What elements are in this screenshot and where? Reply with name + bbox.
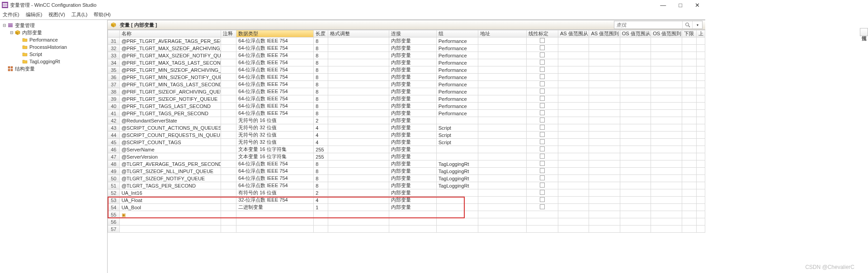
cell[interactable] (526, 95, 558, 103)
cell[interactable] (478, 45, 526, 52)
cell[interactable] (696, 66, 705, 74)
cell[interactable]: @PRF_TLGRT_MAX_SIZEOF_NOTIFY_QUEUE (119, 52, 221, 59)
menu-tools[interactable]: 工具(L) (71, 11, 87, 18)
cell[interactable] (236, 211, 314, 218)
cell[interactable]: 无符号的 32 位值 (236, 124, 314, 132)
cell[interactable]: 8 (314, 175, 328, 182)
cell[interactable] (620, 52, 651, 59)
column-header[interactable]: 线性标定 (526, 30, 558, 38)
cell[interactable]: 8 (314, 38, 328, 45)
cell[interactable] (478, 74, 526, 81)
cell[interactable] (221, 168, 236, 175)
cell[interactable]: 64-位浮点数 IEEE 754 (236, 168, 314, 175)
cell[interactable] (436, 117, 478, 124)
cell[interactable] (478, 182, 526, 189)
cell[interactable]: 内部变量 (389, 160, 436, 168)
cell[interactable] (221, 132, 236, 139)
cell[interactable] (651, 66, 682, 74)
column-header[interactable]: OS 值范围从 (620, 30, 651, 38)
cell[interactable] (328, 139, 389, 146)
cell[interactable] (696, 38, 705, 45)
cell[interactable] (589, 95, 620, 103)
cell[interactable] (696, 117, 705, 124)
cell[interactable] (436, 204, 478, 211)
cell[interactable] (651, 59, 682, 66)
cell[interactable] (589, 204, 620, 211)
cell[interactable] (696, 52, 705, 59)
cell[interactable]: 8 (314, 88, 328, 95)
menu-help[interactable]: 帮助(H) (94, 11, 110, 18)
cell[interactable]: 8 (314, 182, 328, 189)
cell[interactable] (620, 117, 651, 124)
cell[interactable]: Script (436, 124, 478, 132)
table-row[interactable]: 44@SCRIPT_COUNT_REQUESTS_IN_QUEUES无符号的 3… (108, 132, 705, 139)
checkbox[interactable] (540, 146, 545, 151)
cell[interactable] (526, 117, 558, 124)
tree-item[interactable]: ⊟变量管理 (0, 22, 107, 29)
cell[interactable] (328, 66, 389, 74)
cell[interactable] (558, 189, 589, 197)
cell[interactable] (589, 182, 620, 189)
cell[interactable]: 内部变量 (389, 197, 436, 204)
cell[interactable] (478, 124, 526, 132)
cell[interactable] (221, 117, 236, 124)
cell[interactable] (526, 218, 558, 226)
cell[interactable] (696, 226, 705, 233)
cell[interactable]: Performance (436, 45, 478, 52)
cell[interactable]: 8 (314, 160, 328, 168)
table-row[interactable]: 38@PRF_TLGRT_SIZEOF_ARCHIVING_QUEUE64-位浮… (108, 88, 705, 95)
cell[interactable]: Script (436, 132, 478, 139)
cell[interactable]: 内部变量 (389, 95, 436, 103)
checkbox[interactable] (540, 139, 545, 144)
checkbox[interactable] (540, 52, 545, 57)
checkbox[interactable] (540, 118, 545, 122)
cell[interactable] (478, 218, 526, 226)
cell[interactable] (328, 197, 389, 204)
cell[interactable] (651, 74, 682, 81)
cell[interactable] (651, 132, 682, 139)
cell[interactable] (478, 88, 526, 95)
cell[interactable] (221, 182, 236, 189)
cell[interactable] (589, 132, 620, 139)
cell[interactable] (696, 59, 705, 66)
close-button[interactable]: ✕ (695, 2, 700, 9)
cell[interactable] (620, 110, 651, 117)
column-header[interactable]: 注释 (221, 30, 236, 38)
cell[interactable] (558, 124, 589, 132)
cell[interactable] (651, 139, 682, 146)
cell[interactable] (436, 211, 478, 218)
cell[interactable] (682, 218, 696, 226)
checkbox[interactable] (540, 81, 545, 86)
cell[interactable] (558, 88, 589, 95)
cell[interactable] (558, 81, 589, 88)
cell[interactable] (314, 226, 328, 233)
cell[interactable] (682, 197, 696, 204)
cell[interactable]: @TLGRT_TAGS_PER_SECOND (119, 182, 221, 189)
cell[interactable] (589, 81, 620, 88)
cell[interactable] (478, 81, 526, 88)
cell[interactable] (526, 103, 558, 110)
cell[interactable] (328, 204, 389, 211)
cell[interactable]: @PRF_TLGRT_MIN_TAGS_LAST_SECOND (119, 81, 221, 88)
search-icon[interactable] (682, 21, 692, 28)
table-row[interactable]: 31@PRF_TLGRT_AVERAGE_TAGS_PER_SECOND64-位… (108, 38, 705, 45)
cell[interactable]: 64-位浮点数 IEEE 754 (236, 52, 314, 59)
cell[interactable] (221, 81, 236, 88)
cell[interactable]: Script (436, 139, 478, 146)
cell[interactable] (221, 45, 236, 52)
cell[interactable]: @PRF_TLGRT_TAGS_PER_SECOND (119, 110, 221, 117)
cell[interactable]: Performance (436, 52, 478, 59)
cell[interactable] (651, 88, 682, 95)
checkbox[interactable] (540, 175, 545, 180)
cell[interactable]: 内部变量 (389, 175, 436, 182)
cell[interactable] (526, 52, 558, 59)
cell[interactable] (558, 182, 589, 189)
cell[interactable] (221, 146, 236, 153)
cell[interactable] (682, 226, 696, 233)
column-header[interactable]: 格式调整 (328, 30, 389, 38)
cell[interactable] (651, 103, 682, 110)
cell[interactable]: TagLoggingRt (436, 160, 478, 168)
cell[interactable] (696, 153, 705, 160)
cell[interactable] (620, 197, 651, 204)
cell[interactable] (696, 74, 705, 81)
